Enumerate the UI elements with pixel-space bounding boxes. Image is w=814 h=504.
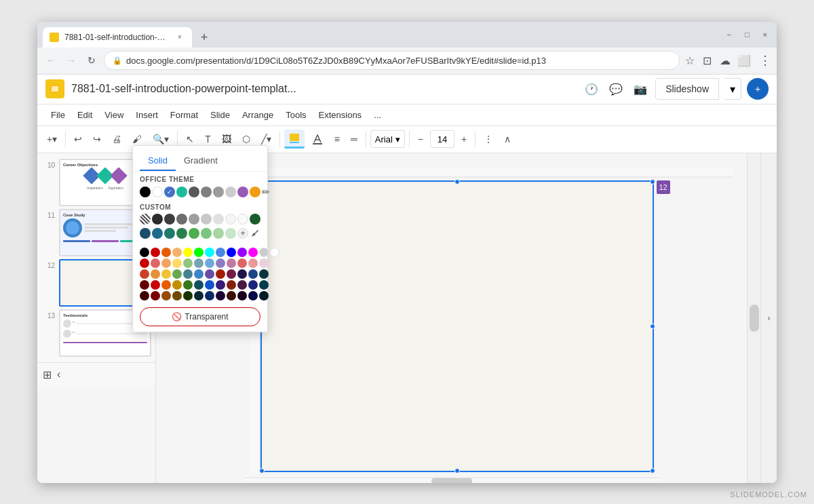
- cg5-10[interactable]: [237, 291, 247, 301]
- cg5-1[interactable]: [140, 291, 149, 301]
- color-gray[interactable]: [201, 187, 212, 197]
- menu-format[interactable]: Format: [165, 107, 204, 123]
- collapse-toolbar-button[interactable]: ∧: [500, 130, 515, 149]
- horizontal-scrollbar[interactable]: [431, 478, 472, 483]
- cg2-5[interactable]: [183, 258, 193, 268]
- cs2-8[interactable]: [225, 228, 236, 239]
- font-size-decrease-button[interactable]: −: [414, 130, 427, 149]
- slideshow-button[interactable]: Slideshow: [655, 78, 719, 100]
- cg5-7[interactable]: [205, 291, 214, 301]
- menu-file[interactable]: File: [45, 107, 71, 123]
- cg3-5[interactable]: [183, 269, 193, 279]
- cg-red1[interactable]: [151, 248, 160, 257]
- close-button[interactable]: ×: [759, 29, 771, 40]
- cg-yellow[interactable]: [183, 248, 193, 257]
- cs2-5[interactable]: [189, 228, 199, 239]
- redo-button[interactable]: ↪: [89, 130, 105, 149]
- eyedropper-icon[interactable]: [250, 227, 260, 239]
- menu-tools[interactable]: Tools: [280, 107, 311, 123]
- cg-green1[interactable]: [194, 248, 204, 257]
- menu-arrange[interactable]: Arrange: [237, 107, 279, 123]
- menu-view[interactable]: View: [99, 107, 129, 123]
- color-black[interactable]: [140, 187, 151, 197]
- minimize-button[interactable]: −: [722, 29, 735, 40]
- menu-extensions[interactable]: Extensions: [313, 107, 368, 123]
- cg3-9[interactable]: [227, 269, 236, 279]
- cs-pattern1[interactable]: [140, 214, 151, 225]
- print-button[interactable]: 🖨: [108, 130, 125, 149]
- color-med-gray[interactable]: [213, 187, 224, 197]
- cs-lgray2[interactable]: [213, 214, 224, 225]
- tab-solid[interactable]: Solid: [140, 151, 176, 171]
- collapse-panel-icon[interactable]: ‹: [57, 368, 60, 381]
- font-selector[interactable]: Arial ▾: [370, 130, 405, 148]
- cs2-4[interactable]: [176, 228, 187, 239]
- cg2-8[interactable]: [216, 258, 225, 268]
- cg5-6[interactable]: [194, 291, 204, 301]
- cg2-10[interactable]: [237, 258, 247, 268]
- fill-color-button[interactable]: [284, 130, 305, 149]
- cg4-2[interactable]: [151, 280, 160, 290]
- cg-purple1[interactable]: [237, 248, 247, 257]
- cs-dark2[interactable]: [164, 214, 175, 225]
- cg2-1[interactable]: [140, 258, 149, 268]
- cg-white[interactable]: [270, 248, 279, 257]
- back-button[interactable]: ←: [43, 52, 59, 69]
- cs2-2[interactable]: [152, 228, 163, 239]
- cg5-5[interactable]: [183, 291, 193, 301]
- more-menu-button[interactable]: ⋮: [759, 53, 771, 68]
- grid-view-icon[interactable]: ⊞: [43, 368, 52, 381]
- cs2-1[interactable]: [140, 228, 151, 239]
- border-weight-button[interactable]: ═: [347, 130, 362, 149]
- menu-edit[interactable]: Edit: [72, 107, 98, 123]
- cs-dark1[interactable]: [152, 214, 163, 225]
- cg5-8[interactable]: [216, 291, 225, 301]
- font-size-increase-button[interactable]: +: [457, 130, 471, 149]
- handle-bc[interactable]: [454, 468, 460, 473]
- border-style-button[interactable]: ≡: [330, 130, 344, 149]
- cg3-8[interactable]: [216, 269, 225, 279]
- color-blue-mid[interactable]: [164, 187, 175, 197]
- cs2-3[interactable]: [164, 228, 175, 239]
- undo-button[interactable]: ↩: [70, 130, 86, 149]
- cg3-12[interactable]: [259, 269, 269, 279]
- cg5-11[interactable]: [248, 291, 258, 301]
- extensions-icon[interactable]: ⬜: [736, 53, 752, 69]
- cg3-1[interactable]: [140, 269, 149, 279]
- cg2-9[interactable]: [227, 258, 236, 268]
- color-dark-gray[interactable]: [189, 187, 199, 197]
- scroll-handle[interactable]: [750, 305, 759, 332]
- cg3-7[interactable]: [205, 269, 214, 279]
- color-light-gray[interactable]: [225, 187, 236, 197]
- cg2-2[interactable]: [151, 258, 160, 268]
- right-edge-button[interactable]: ›: [760, 153, 777, 483]
- browser-tab[interactable]: 7881-01-self-introduction-powe... ×: [43, 27, 192, 47]
- handle-br[interactable]: [650, 468, 655, 473]
- profile-sync-icon[interactable]: ☁: [718, 53, 732, 69]
- chat-icon[interactable]: 💬: [606, 79, 625, 98]
- cg4-11[interactable]: [248, 280, 258, 290]
- cg3-11[interactable]: [248, 269, 258, 279]
- handle-tc[interactable]: [454, 179, 460, 185]
- cg4-10[interactable]: [237, 280, 247, 290]
- url-bar[interactable]: 🔒 docs.google.com/presentation/d/1D9CiL0…: [104, 51, 680, 70]
- handle-mr[interactable]: [650, 324, 655, 329]
- insert-button[interactable]: +▾: [43, 130, 61, 149]
- tab-gradient[interactable]: Gradient: [176, 151, 226, 171]
- forward-button[interactable]: →: [63, 52, 79, 69]
- cg2-4[interactable]: [172, 258, 182, 268]
- cs-lgray1[interactable]: [201, 214, 212, 225]
- slideshow-dropdown-button[interactable]: ▾: [724, 78, 741, 100]
- cg3-10[interactable]: [237, 269, 247, 279]
- cg4-7[interactable]: [205, 280, 214, 290]
- right-scrollbar[interactable]: [747, 153, 760, 483]
- slide-canvas[interactable]: [260, 180, 654, 472]
- color-white[interactable]: [152, 187, 163, 197]
- cs2-6[interactable]: [201, 228, 212, 239]
- tab-close-button[interactable]: ×: [174, 32, 185, 43]
- cg-blue2[interactable]: [227, 248, 236, 257]
- cg2-3[interactable]: [161, 258, 171, 268]
- font-size-input[interactable]: [430, 130, 454, 148]
- menu-insert[interactable]: Insert: [130, 107, 163, 123]
- cg5-4[interactable]: [172, 291, 182, 301]
